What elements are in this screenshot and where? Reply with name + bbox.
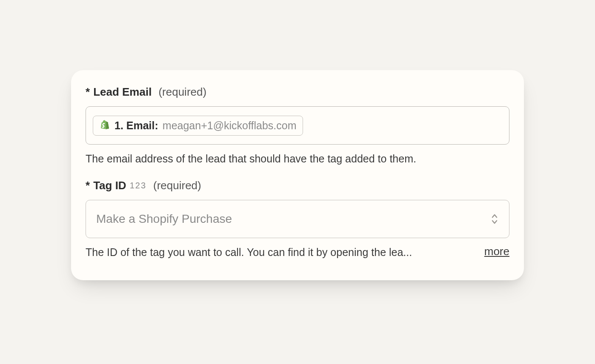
lead-email-label: Lead Email	[93, 85, 152, 99]
lead-email-required: (required)	[158, 85, 206, 99]
chevron-up-down-icon	[490, 213, 499, 225]
field-tag-id: * Tag ID 123 (required) Make a Shopify P…	[86, 179, 509, 260]
tag-id-help-row: The ID of the tag you want to call. You …	[86, 245, 509, 260]
tag-id-select[interactable]: Make a Shopify Purchase	[86, 200, 509, 238]
tag-id-required: (required)	[153, 179, 201, 192]
tag-id-label: Tag ID	[93, 179, 126, 192]
tag-id-help: The ID of the tag you want to call. You …	[86, 245, 474, 260]
numeric-type-hint: 123	[130, 181, 146, 191]
email-pill-value: meagan+1@kickofflabs.com	[163, 119, 297, 132]
lead-email-label-row: * Lead Email (required)	[86, 85, 509, 99]
tag-id-selected-value: Make a Shopify Purchase	[96, 212, 232, 226]
email-mapping-pill[interactable]: 1. Email: meagan+1@kickofflabs.com	[93, 116, 303, 136]
form-card: * Lead Email (required) 1. Email: meagan…	[71, 70, 524, 280]
more-link[interactable]: more	[484, 245, 509, 258]
field-lead-email: * Lead Email (required) 1. Email: meagan…	[86, 85, 509, 166]
tag-id-label-row: * Tag ID 123 (required)	[86, 179, 509, 192]
lead-email-help: The email address of the lead that shoul…	[86, 151, 509, 166]
shopify-icon	[99, 119, 110, 131]
required-asterisk: *	[86, 179, 90, 192]
email-pill-label: 1. Email:	[114, 119, 158, 132]
required-asterisk: *	[86, 85, 90, 99]
lead-email-input[interactable]: 1. Email: meagan+1@kickofflabs.com	[86, 106, 509, 145]
